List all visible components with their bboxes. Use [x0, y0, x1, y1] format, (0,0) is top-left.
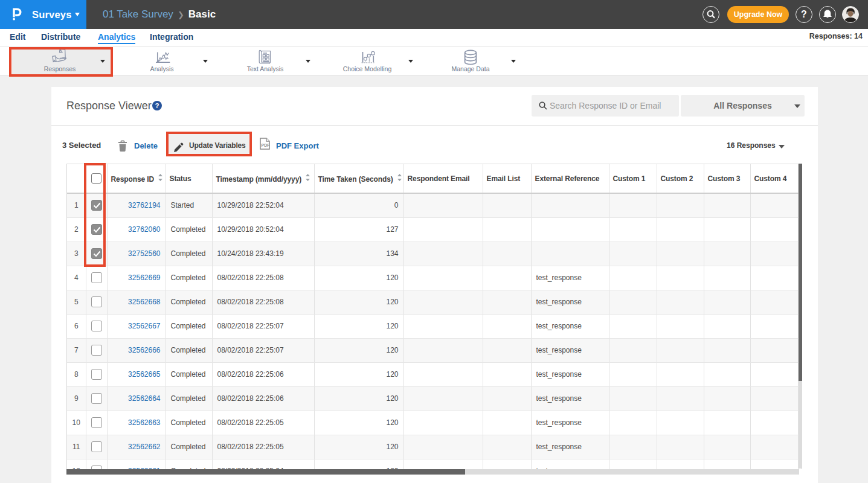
- svg-text:PDF: PDF: [262, 143, 271, 147]
